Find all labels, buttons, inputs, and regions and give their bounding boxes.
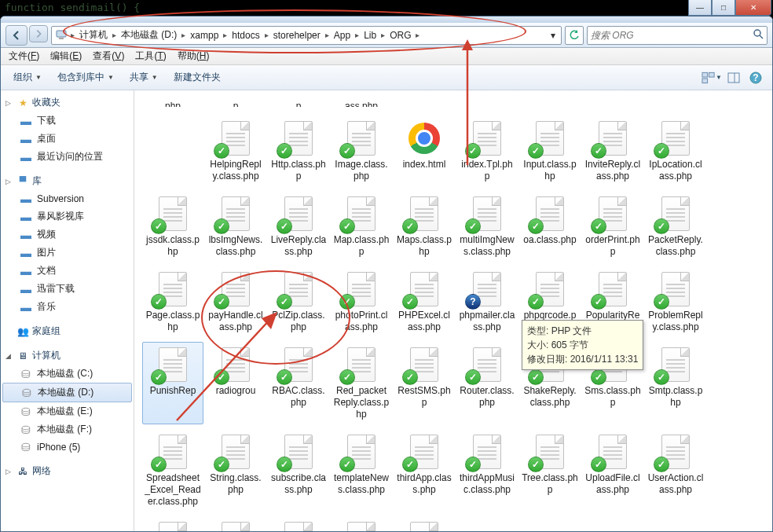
nav-item[interactable]: ▬最近访问的位置 <box>1 148 134 166</box>
file-item[interactable]: ✓lbsImgNews.class.php <box>205 191 266 262</box>
breadcrumb[interactable]: ▸ 计算机▸本地磁盘 (D:)▸xampp▸htdocs▸storehelper… <box>51 26 562 45</box>
file-item[interactable]: ✓HelpingReply.class.php <box>205 116 266 186</box>
file-item[interactable]: ✓Image.class.php <box>331 116 392 186</box>
file-item[interactable]: ?phpmailer.class.php <box>456 266 518 337</box>
file-item[interactable]: ✓UploadFile.class.php <box>582 429 643 512</box>
file-item[interactable]: ✓radiogrou <box>205 342 266 424</box>
file-item[interactable]: ✓index.Tpl.php <box>456 116 518 186</box>
search-box[interactable] <box>587 26 768 45</box>
file-item[interactable]: ✓PclZip.class.php <box>268 266 329 337</box>
file-item[interactable]: ✓InviteReply.class.php <box>582 116 643 186</box>
organize-button[interactable]: 组织▼ <box>7 68 48 87</box>
breadcrumb-segment[interactable]: 本地磁盘 (D:) <box>118 27 180 44</box>
file-item[interactable]: ✓payHandle.class.php <box>205 266 266 337</box>
breadcrumb-segment[interactable]: App <box>331 27 354 44</box>
menu-v[interactable]: 查看(V) <box>88 48 129 64</box>
maximize-button[interactable]: □ <box>712 0 735 16</box>
menu-f[interactable]: 文件(F) <box>4 48 44 64</box>
breadcrumb-separator[interactable]: ▸ <box>180 31 187 39</box>
nav-item[interactable]: ▬文档 <box>1 262 134 280</box>
breadcrumb-separator[interactable]: ▸ <box>379 31 386 39</box>
forward-button[interactable] <box>29 25 48 42</box>
include-in-library-button[interactable]: 包含到库中▼ <box>51 68 120 87</box>
nav-item[interactable]: ▬视频 <box>1 226 134 244</box>
file-item[interactable]: ✓RBAC.class.php <box>268 342 329 424</box>
menu-t[interactable]: 工具(T) <box>130 48 170 64</box>
file-item[interactable]: ✓templateNews.class.php <box>331 429 392 512</box>
breadcrumb-segment[interactable]: Lib <box>361 27 379 44</box>
file-item[interactable]: ✓PacketReply.class.php <box>645 191 706 262</box>
breadcrumb-separator[interactable]: ▸ <box>263 31 270 39</box>
menu-h[interactable]: 帮助(H) <box>173 48 214 64</box>
file-item[interactable]: ✓LiveReply.class.php <box>268 191 329 262</box>
libraries-header[interactable]: ▷▀库 <box>1 172 134 190</box>
nav-item[interactable]: ▬下载 <box>1 112 134 130</box>
file-item[interactable]: ✓Wechat.class.php <box>205 516 266 531</box>
file-item[interactable]: ✓Spreadsheet_Excel_Reader.class.php <box>142 429 203 512</box>
favorites-header[interactable]: ▷★收藏夹 <box>1 94 134 112</box>
minimize-button[interactable]: — <box>688 0 712 16</box>
network-header[interactable]: ▷🖧网络 <box>1 462 134 480</box>
file-item[interactable]: ✓String.class.php <box>205 429 266 512</box>
file-item[interactable]: ✓photoPrint.class.php <box>331 266 392 337</box>
view-options-button[interactable]: ▼ <box>702 68 722 87</box>
breadcrumb-separator[interactable]: ▸ <box>324 31 331 39</box>
back-button[interactable] <box>5 25 27 46</box>
nav-item[interactable]: ⛁本地磁盘 (F:) <box>1 420 134 438</box>
file-item[interactable]: php <box>142 95 203 111</box>
breadcrumb-separator[interactable]: ▸ <box>354 31 361 39</box>
computer-header[interactable]: ◢🖥计算机 <box>1 347 134 365</box>
search-input[interactable] <box>591 30 753 41</box>
file-item[interactable]: ✓PunishRep <box>142 342 203 424</box>
breadcrumb-dropdown[interactable]: ▾ <box>547 30 559 41</box>
nav-item[interactable]: ⛁本地磁盘 (D:) <box>2 383 132 402</box>
search-icon[interactable] <box>753 28 764 42</box>
file-list-pane[interactable]: phpppass.php✓HelpingReply.class.php✓Http… <box>134 90 772 531</box>
file-item[interactable]: ✓Map.class.php <box>331 191 392 262</box>
file-item[interactable]: ✓thirdApp.class.php <box>394 429 455 512</box>
file-item[interactable]: ✓thirdAppMusic.class.php <box>456 429 518 512</box>
file-item[interactable]: ✓Router.class.php <box>456 342 518 424</box>
file-item[interactable]: ✓WapAction.class.php <box>142 516 203 531</box>
menu-e[interactable]: 编辑(E) <box>46 48 86 64</box>
file-item[interactable]: ✓ProblemReply.class.php <box>645 266 706 337</box>
file-item[interactable]: ✓multiImgNews.class.php <box>456 191 518 262</box>
breadcrumb-separator[interactable]: ▸ <box>111 31 118 39</box>
nav-item[interactable]: ▬暴风影视库 <box>1 207 134 226</box>
file-item[interactable]: ✓Page.class.php <box>142 266 203 337</box>
file-item[interactable]: ✓Maps.class.php <box>394 191 455 262</box>
file-item[interactable]: ✓Input.class.php <box>519 116 581 186</box>
share-button[interactable]: 共享▼ <box>123 68 164 87</box>
breadcrumb-segment[interactable]: 计算机 <box>76 27 111 44</box>
nav-item[interactable]: ⛁本地磁盘 (C:) <box>1 365 134 383</box>
nav-item[interactable]: ▬音乐 <box>1 298 134 316</box>
nav-item[interactable]: ▬图片 <box>1 244 134 262</box>
file-item[interactable]: ✓subscribe.class.php <box>268 429 329 512</box>
breadcrumb-separator[interactable]: ▸ <box>222 31 229 39</box>
nav-item[interactable]: ▬桌面 <box>1 130 134 148</box>
file-item[interactable]: ✓PHPExcel.class.php <box>394 266 455 337</box>
file-item[interactable]: ✓RestSMS.php <box>394 342 455 424</box>
nav-item[interactable]: ▬Subversion <box>1 190 134 207</box>
preview-pane-button[interactable] <box>724 68 744 87</box>
file-item[interactable]: ✓Whre.class.php <box>394 516 455 531</box>
titlebar[interactable] <box>1 17 772 23</box>
file-item[interactable]: ✓IpLocation.class.php <box>645 116 706 186</box>
file-item[interactable]: ✓WechatAddr.class.php <box>268 516 329 531</box>
breadcrumb-separator[interactable]: ▸ <box>414 31 421 39</box>
breadcrumb-segment[interactable]: storehelper <box>270 27 324 44</box>
file-item[interactable]: index.html <box>394 116 455 186</box>
breadcrumb-segment[interactable]: xampp <box>187 27 222 44</box>
file-item[interactable]: ✓Tree.class.php <box>519 429 581 512</box>
refresh-button[interactable] <box>565 26 584 45</box>
file-item[interactable]: ✓UserAction.class.php <box>645 429 706 512</box>
file-item[interactable]: ✓WechatQcloud.php <box>331 516 392 531</box>
breadcrumb-segment[interactable]: htdocs <box>229 27 262 44</box>
nav-item[interactable]: ⛁本地磁盘 (E:) <box>1 402 134 420</box>
file-item[interactable]: p <box>268 95 329 111</box>
file-item[interactable]: ✓Http.class.php <box>268 116 329 186</box>
nav-item[interactable]: ▬迅雷下载 <box>1 280 134 298</box>
file-item[interactable]: ✓Smtp.class.php <box>645 342 706 424</box>
file-item[interactable]: ✓Red_packetReply.class.php <box>331 342 392 424</box>
nav-item[interactable]: ⛁iPhone (5) <box>1 438 134 456</box>
